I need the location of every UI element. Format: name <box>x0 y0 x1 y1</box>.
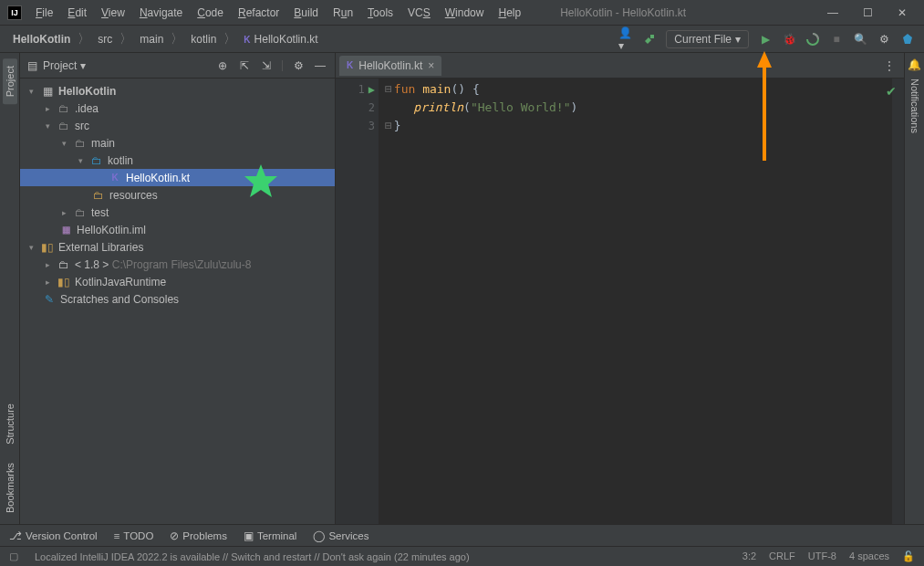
expand-all-icon[interactable]: ⇱ <box>237 58 252 73</box>
tree-node-src[interactable]: ▾🗀src <box>20 117 335 134</box>
problems-icon: ⊘ <box>170 529 179 542</box>
tree-node-resources[interactable]: 🗀resources <box>20 186 335 204</box>
breadcrumb-4[interactable]: KHelloKotlin.kt <box>240 31 321 47</box>
menu-code[interactable]: Code <box>191 5 230 21</box>
breadcrumb-sep: 〉 <box>171 31 183 47</box>
bottom-tab-vcs[interactable]: ⎇Version Control <box>9 529 98 542</box>
editor-tab[interactable]: K HelloKotlin.kt × <box>339 56 441 76</box>
editor-more-icon[interactable]: ⋮ <box>875 59 904 72</box>
close-tab-icon[interactable]: × <box>428 59 434 72</box>
chevron-down-icon: ▾ <box>80 59 86 72</box>
settings-icon[interactable]: ⚙ <box>877 32 891 47</box>
tree-node-test[interactable]: ▸🗀test <box>20 204 335 221</box>
tree-node-idea[interactable]: ▸🗀.idea <box>20 100 335 117</box>
menu-edit[interactable]: Edit <box>61 5 93 21</box>
build-hammer-icon[interactable] <box>642 32 657 47</box>
breadcrumbs: HelloKotlin〉src〉main〉kotlin〉KHelloKotlin… <box>9 31 322 47</box>
notifications-bell-icon[interactable]: 🔔 <box>908 58 921 71</box>
tree-node-main[interactable]: ▾🗀main <box>20 134 335 152</box>
tree-node-ext-libraries[interactable]: ▾▮▯External Libraries <box>20 238 335 256</box>
search-everywhere-icon[interactable]: 🔍 <box>853 32 867 47</box>
project-tool-window: ▤ Project ▾ ⊕ ⇱ ⇲ | ⚙ — ▾▦HelloKotlin ▸🗀… <box>20 53 336 524</box>
menu-vcs[interactable]: VCS <box>401 5 437 21</box>
iml-file-icon: ▦ <box>58 225 73 235</box>
run-config-label: Current File <box>674 33 732 46</box>
user-icon[interactable]: 👤▾ <box>618 32 633 47</box>
title-bar: IJ FileEditViewNavigateCodeRefactorBuild… <box>0 0 924 26</box>
run-gutter-icon[interactable]: ▶ <box>369 83 375 96</box>
left-tab-project[interactable]: Project <box>3 58 17 104</box>
minimize-button[interactable]: — <box>824 6 842 19</box>
collapse-all-icon[interactable]: ⇲ <box>259 58 274 73</box>
breadcrumb-3[interactable]: kotlin <box>187 31 220 47</box>
encoding[interactable]: UTF-8 <box>808 550 836 562</box>
library-icon: ▮▯ <box>57 276 71 288</box>
hide-panel-icon[interactable]: — <box>313 58 327 73</box>
fold-end-icon[interactable]: ⊟ <box>385 119 392 132</box>
inspection-ok-icon[interactable]: ✔ <box>886 84 897 99</box>
right-tab-notifications[interactable]: Notifications <box>908 71 922 141</box>
menu-navigate[interactable]: Navigate <box>133 5 189 21</box>
tree-node-scratches[interactable]: ✎Scratches and Consoles <box>20 290 335 308</box>
svg-rect-0 <box>650 35 654 38</box>
menu-view[interactable]: View <box>95 5 131 21</box>
caret-position[interactable]: 3:2 <box>742 550 756 562</box>
tree-node-jdk[interactable]: ▸🗀 < 1.8 > C:\Program Files\Zulu\zulu-8 <box>20 256 335 273</box>
menu-build[interactable]: Build <box>287 5 325 21</box>
left-tab-bookmarks[interactable]: Bookmarks <box>3 456 17 520</box>
fold-icon[interactable]: ⊟ <box>385 82 392 96</box>
folder-icon: 🗀 <box>57 120 71 132</box>
bottom-tab-terminal[interactable]: ▣Terminal <box>244 529 296 542</box>
run-button[interactable]: ▶ <box>758 32 773 47</box>
project-tree[interactable]: ▾▦HelloKotlin ▸🗀.idea ▾🗀src ▾🗀main ▾🗀kot… <box>20 79 335 524</box>
breadcrumb-2[interactable]: main <box>136 31 167 47</box>
menu-help[interactable]: Help <box>492 5 527 21</box>
todo-icon: ≡ <box>114 530 120 541</box>
breadcrumb-0[interactable]: HelloKotlin <box>9 31 74 47</box>
tree-node-kotlin[interactable]: ▾🗀kotlin <box>20 152 335 169</box>
run-config-selector[interactable]: Current File ▾ <box>666 30 749 48</box>
run-with-coverage-button[interactable] <box>805 32 820 47</box>
menu-file[interactable]: File <box>29 5 59 21</box>
tree-node-iml[interactable]: ▦HelloKotlin.iml <box>20 221 335 238</box>
error-stripe[interactable] <box>891 79 904 524</box>
tree-node-root[interactable]: ▾▦HelloKotlin <box>20 82 335 100</box>
code-text[interactable]: ⊟fun main() { println("Hello World!") ⊟} <box>379 79 891 524</box>
status-menu-icon[interactable]: ▢ <box>9 550 18 562</box>
bottom-tab-problems[interactable]: ⊘Problems <box>170 529 227 542</box>
services-icon: ◯ <box>313 529 325 542</box>
status-message[interactable]: Localized IntelliJ IDEA 2022.2 is availa… <box>35 551 470 562</box>
editor-area: K HelloKotlin.kt × ⋮ 1▶ 2 3 ⊟fun main() … <box>336 53 904 524</box>
maximize-button[interactable]: ☐ <box>858 6 877 19</box>
toolbar: HelloKotlin〉src〉main〉kotlin〉KHelloKotlin… <box>0 26 924 53</box>
tree-node-kotlin-runtime[interactable]: ▸▮▯KotlinJavaRuntime <box>20 273 335 290</box>
stop-button[interactable]: ■ <box>829 32 844 47</box>
menu-refactor[interactable]: Refactor <box>232 5 286 21</box>
left-tool-strip: Project Structure Bookmarks <box>0 53 20 524</box>
indent[interactable]: 4 spaces <box>849 550 889 562</box>
folder-icon: 🗀 <box>73 137 88 150</box>
left-tab-structure[interactable]: Structure <box>3 396 17 452</box>
menu-run[interactable]: Run <box>327 5 359 21</box>
readonly-lock-icon[interactable]: 🔓 <box>902 550 915 562</box>
line-separator[interactable]: CRLF <box>769 550 795 562</box>
bottom-tab-todo[interactable]: ≡TODO <box>114 530 154 541</box>
ide-features-icon[interactable] <box>900 32 915 47</box>
code-editor[interactable]: 1▶ 2 3 ⊟fun main() { println("Hello Worl… <box>336 79 904 524</box>
window-title: HelloKotlin - HelloKotlin.kt <box>527 6 824 19</box>
bottom-tab-services[interactable]: ◯Services <box>313 529 369 542</box>
select-opened-file-icon[interactable]: ⊕ <box>215 58 230 73</box>
panel-settings-icon[interactable]: ⚙ <box>291 58 306 73</box>
project-view-selector[interactable]: Project ▾ <box>43 59 86 72</box>
module-icon: ▦ <box>40 85 55 98</box>
chevron-down-icon: ▾ <box>735 33 741 46</box>
tree-node-file[interactable]: KHelloKotlin.kt <box>20 169 335 186</box>
breadcrumb-sep: 〉 <box>223 31 236 47</box>
menu-window[interactable]: Window <box>439 5 491 21</box>
debug-button[interactable]: 🐞 <box>782 32 796 47</box>
branch-icon: ⎇ <box>9 529 22 542</box>
breadcrumb-1[interactable]: src <box>94 31 116 47</box>
close-button[interactable]: ✕ <box>893 6 911 19</box>
breadcrumb-sep: 〉 <box>78 31 90 47</box>
menu-tools[interactable]: Tools <box>361 5 400 21</box>
